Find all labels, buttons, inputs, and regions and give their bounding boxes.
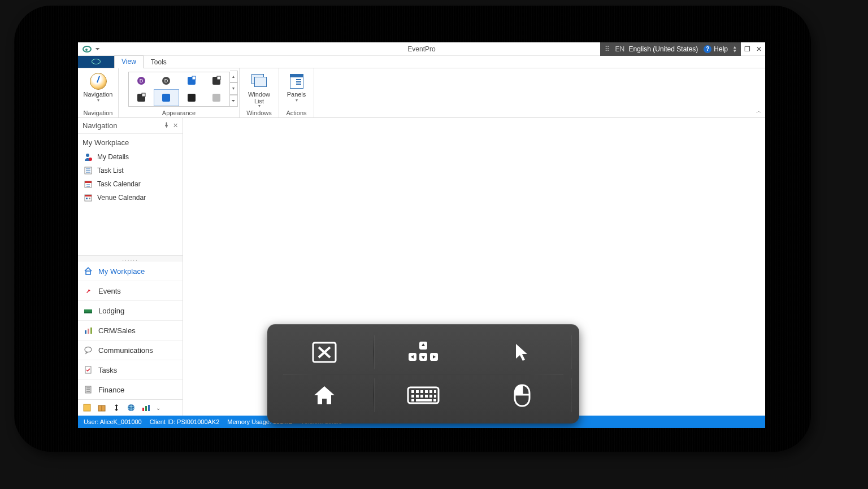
svg-rect-68: [411, 399, 414, 401]
svg-point-13: [86, 154, 89, 157]
cat-finance[interactable]: Finance: [78, 379, 183, 399]
svg-rect-30: [85, 330, 86, 334]
svg-rect-12: [212, 94, 220, 102]
svg-rect-56: [411, 390, 414, 393]
bed-icon: [84, 306, 93, 315]
navigation-button[interactable]: Navigation ▾: [84, 71, 113, 103]
speech-bubble-icon: [84, 346, 93, 355]
group-label-windows: Windows: [246, 108, 272, 117]
skin-option-icon[interactable]: [186, 93, 197, 103]
gallery-more-button[interactable]: ⏷: [230, 95, 238, 107]
package-icon[interactable]: [97, 403, 106, 412]
cat-communications[interactable]: Communications: [78, 340, 183, 360]
svg-rect-45: [142, 408, 144, 411]
bars-icon[interactable]: [141, 403, 150, 412]
language-name[interactable]: English (United States): [629, 45, 698, 53]
ledger-icon: [84, 385, 93, 394]
chevron-down-icon: ▾: [258, 103, 261, 108]
nav-section-title: My Workplace: [78, 134, 183, 150]
panels-button[interactable]: Panels ▾: [287, 71, 306, 103]
svg-rect-27: [86, 271, 90, 274]
help-button[interactable]: ? Help: [704, 45, 728, 53]
svg-rect-61: [434, 390, 436, 393]
nav-item-task-calendar[interactable]: Task Calendar: [78, 177, 183, 191]
svg-text:D: D: [164, 78, 168, 84]
ribbon-collapse-button[interactable]: ︿: [756, 107, 762, 115]
gallery-scroll-down-button[interactable]: ▾: [230, 82, 238, 94]
rc-mouse-button[interactable]: [472, 374, 571, 417]
cat-events[interactable]: Events: [78, 281, 183, 300]
restore-window-button[interactable]: ❐: [744, 45, 750, 53]
svg-rect-25: [86, 198, 88, 199]
keyboard-grip-icon[interactable]: ⠿: [605, 45, 610, 53]
rc-dpad-button[interactable]: [374, 331, 473, 374]
svg-point-14: [89, 158, 92, 161]
nav-item-task-list[interactable]: Task List: [78, 164, 183, 177]
chart-icon: [84, 326, 93, 335]
cat-crm-sales[interactable]: CRM/Sales: [78, 320, 183, 340]
status-client: PSI001000AK2: [177, 418, 219, 425]
group-label-appearance: Appearance: [162, 108, 196, 117]
file-tab[interactable]: [78, 55, 114, 68]
svg-rect-39: [84, 404, 90, 411]
svg-rect-32: [90, 328, 92, 334]
skin-option-icon[interactable]: D: [136, 76, 146, 86]
svg-rect-69: [416, 399, 432, 401]
cat-my-workplace[interactable]: My Workplace: [78, 261, 183, 281]
nav-item-my-details[interactable]: My Details: [78, 150, 183, 164]
svg-rect-70: [433, 399, 436, 401]
cat-tasks[interactable]: Tasks: [78, 360, 183, 379]
svg-rect-46: [145, 406, 147, 411]
titlebar: ⏷ EventPro ⠿ EN English (United States) …: [78, 42, 765, 56]
file-tab-logo-icon: [92, 59, 101, 64]
help-icon: ?: [704, 45, 711, 53]
svg-rect-57: [416, 390, 419, 393]
mouse-icon: [513, 383, 532, 407]
compass-icon: [90, 73, 107, 90]
rc-cursor-button[interactable]: [472, 331, 571, 374]
qat-dropdown-icon[interactable]: ⏷: [95, 46, 101, 52]
panel-icon: [290, 74, 303, 89]
nav-splitter[interactable]: ......: [78, 255, 183, 261]
globe-icon[interactable]: [127, 403, 136, 412]
close-icon[interactable]: ✕: [173, 122, 178, 129]
rc-keyboard-button[interactable]: [374, 374, 473, 417]
pin-icon[interactable]: [163, 122, 170, 129]
window-list-button[interactable]: Window List ▾: [248, 71, 270, 108]
svg-rect-7: [217, 76, 220, 80]
tab-tools[interactable]: Tools: [144, 56, 174, 68]
sync-icon[interactable]: [112, 403, 121, 412]
nav-footer-more-button[interactable]: ⌄: [156, 405, 160, 411]
svg-rect-26: [89, 198, 90, 199]
appearance-gallery[interactable]: D D: [128, 72, 230, 107]
skin-option-icon[interactable]: [186, 76, 197, 86]
skin-option-icon[interactable]: [136, 93, 146, 103]
cat-lodging[interactable]: Lodging: [78, 300, 183, 320]
nav-item-venue-calendar[interactable]: Venue Calendar: [78, 191, 183, 204]
help-dropdown-icon[interactable]: ▴▾: [734, 45, 736, 53]
cursor-icon: [514, 343, 531, 362]
svg-rect-20: [85, 181, 92, 183]
dpad-icon: [406, 340, 440, 364]
boxed-x-icon: [311, 340, 338, 364]
person-icon: [84, 152, 93, 161]
skin-option-icon[interactable]: D: [161, 76, 171, 86]
pin-icon: [84, 286, 93, 295]
language-code[interactable]: EN: [615, 45, 625, 53]
svg-point-33: [85, 347, 92, 352]
svg-rect-29: [84, 312, 92, 313]
tab-view[interactable]: View: [114, 55, 144, 68]
gallery-scroll-up-button[interactable]: ▴: [230, 71, 238, 82]
rc-home-button[interactable]: [275, 374, 374, 417]
skin-option-icon[interactable]: [161, 93, 171, 103]
skin-option-icon[interactable]: [211, 93, 222, 103]
rc-close-button[interactable]: [275, 331, 374, 374]
nav-footer: ⌄: [78, 399, 183, 416]
windows-stack-icon: [251, 74, 267, 89]
skin-option-icon[interactable]: [211, 76, 222, 86]
svg-rect-10: [162, 94, 170, 102]
ribbon: Navigation ▾ Navigation D D: [78, 68, 765, 118]
note-icon[interactable]: [83, 403, 92, 412]
close-window-button[interactable]: ✕: [756, 45, 762, 53]
svg-rect-67: [434, 395, 436, 398]
